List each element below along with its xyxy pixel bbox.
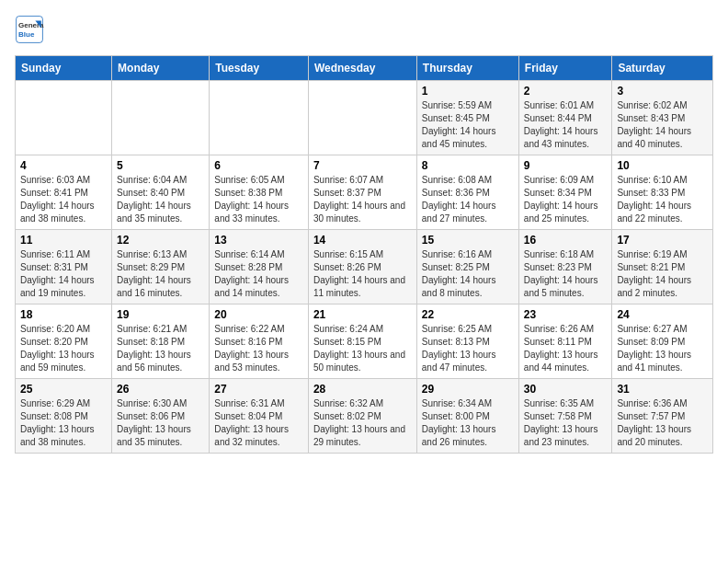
day-info: Sunrise: 6:26 AMSunset: 8:11 PMDaylight:… [524,323,608,374]
day-cell: 13Sunrise: 6:14 AMSunset: 8:28 PMDayligh… [210,230,309,304]
day-number: 21 [313,308,412,321]
day-number: 18 [20,308,107,321]
day-number: 16 [524,234,608,247]
weekday-header-thursday: Thursday [416,56,518,81]
day-number: 28 [313,383,412,396]
day-cell: 3Sunrise: 6:02 AMSunset: 8:43 PMDaylight… [612,81,713,155]
day-number: 25 [20,383,107,396]
day-cell: 17Sunrise: 6:19 AMSunset: 8:21 PMDayligh… [612,230,713,304]
day-info: Sunrise: 5:59 AMSunset: 8:45 PMDaylight:… [422,99,514,151]
day-number: 5 [117,159,204,172]
day-cell: 31Sunrise: 6:36 AMSunset: 7:57 PMDayligh… [612,379,713,454]
day-number: 19 [117,308,204,321]
day-info: Sunrise: 6:29 AMSunset: 8:08 PMDaylight:… [20,397,107,449]
day-info: Sunrise: 6:08 AMSunset: 8:36 PMDaylight:… [422,174,514,225]
day-cell: 4Sunrise: 6:03 AMSunset: 8:41 PMDaylight… [16,155,112,230]
day-cell [16,81,112,155]
day-info: Sunrise: 6:07 AMSunset: 8:37 PMDaylight:… [313,174,412,225]
day-cell: 26Sunrise: 6:30 AMSunset: 8:06 PMDayligh… [112,379,210,454]
day-number: 30 [524,383,608,396]
weekday-header-tuesday: Tuesday [210,56,309,81]
day-info: Sunrise: 6:22 AMSunset: 8:16 PMDaylight:… [214,323,303,374]
day-info: Sunrise: 6:02 AMSunset: 8:43 PMDaylight:… [617,99,708,151]
day-info: Sunrise: 6:30 AMSunset: 8:06 PMDaylight:… [117,397,204,449]
day-number: 8 [422,159,514,172]
day-cell: 12Sunrise: 6:13 AMSunset: 8:29 PMDayligh… [112,230,210,304]
day-cell: 29Sunrise: 6:34 AMSunset: 8:00 PMDayligh… [416,379,518,454]
day-cell: 30Sunrise: 6:35 AMSunset: 7:58 PMDayligh… [518,379,612,454]
day-info: Sunrise: 6:03 AMSunset: 8:41 PMDaylight:… [20,174,107,225]
week-row-2: 11Sunrise: 6:11 AMSunset: 8:31 PMDayligh… [16,230,713,304]
day-number: 31 [617,383,708,396]
day-cell: 23Sunrise: 6:26 AMSunset: 8:11 PMDayligh… [518,304,612,379]
day-number: 4 [20,159,107,172]
day-number: 2 [524,85,608,98]
day-number: 9 [524,159,608,172]
day-info: Sunrise: 6:24 AMSunset: 8:15 PMDaylight:… [313,323,412,374]
day-cell: 19Sunrise: 6:21 AMSunset: 8:18 PMDayligh… [112,304,210,379]
day-info: Sunrise: 6:34 AMSunset: 8:00 PMDaylight:… [422,397,514,449]
day-number: 10 [617,159,708,172]
day-number: 24 [617,308,708,321]
svg-text:Blue: Blue [18,30,35,39]
day-number: 14 [313,234,412,247]
day-info: Sunrise: 6:32 AMSunset: 8:02 PMDaylight:… [313,397,412,449]
day-cell: 22Sunrise: 6:25 AMSunset: 8:13 PMDayligh… [416,304,518,379]
day-info: Sunrise: 6:01 AMSunset: 8:44 PMDaylight:… [524,99,608,151]
week-row-0: 1Sunrise: 5:59 AMSunset: 8:45 PMDaylight… [16,81,713,155]
day-cell: 14Sunrise: 6:15 AMSunset: 8:26 PMDayligh… [308,230,416,304]
day-cell: 6Sunrise: 6:05 AMSunset: 8:38 PMDaylight… [210,155,309,230]
day-info: Sunrise: 6:18 AMSunset: 8:23 PMDaylight:… [524,248,608,300]
day-cell: 7Sunrise: 6:07 AMSunset: 8:37 PMDaylight… [308,155,416,230]
day-cell [210,81,309,155]
day-number: 26 [117,383,204,396]
day-number: 29 [422,383,514,396]
week-row-4: 25Sunrise: 6:29 AMSunset: 8:08 PMDayligh… [16,379,713,454]
day-info: Sunrise: 6:36 AMSunset: 7:57 PMDaylight:… [617,397,708,449]
day-cell [112,81,210,155]
day-cell: 20Sunrise: 6:22 AMSunset: 8:16 PMDayligh… [210,304,309,379]
day-info: Sunrise: 6:11 AMSunset: 8:31 PMDaylight:… [20,248,107,300]
day-number: 23 [524,308,608,321]
day-cell: 18Sunrise: 6:20 AMSunset: 8:20 PMDayligh… [16,304,112,379]
calendar-table: SundayMondayTuesdayWednesdayThursdayFrid… [15,55,713,454]
day-info: Sunrise: 6:09 AMSunset: 8:34 PMDaylight:… [524,174,608,225]
week-row-1: 4Sunrise: 6:03 AMSunset: 8:41 PMDaylight… [16,155,713,230]
day-number: 15 [422,234,514,247]
day-cell: 27Sunrise: 6:31 AMSunset: 8:04 PMDayligh… [210,379,309,454]
day-info: Sunrise: 6:27 AMSunset: 8:09 PMDaylight:… [617,323,708,374]
day-cell: 10Sunrise: 6:10 AMSunset: 8:33 PMDayligh… [612,155,713,230]
weekday-header-saturday: Saturday [612,56,713,81]
day-cell: 21Sunrise: 6:24 AMSunset: 8:15 PMDayligh… [308,304,416,379]
day-number: 6 [214,159,303,172]
weekday-header-wednesday: Wednesday [308,56,416,81]
day-info: Sunrise: 6:14 AMSunset: 8:28 PMDaylight:… [214,248,303,300]
day-number: 20 [214,308,303,321]
day-number: 22 [422,308,514,321]
day-number: 11 [20,234,107,247]
day-number: 7 [313,159,412,172]
day-number: 27 [214,383,303,396]
day-cell: 1Sunrise: 5:59 AMSunset: 8:45 PMDaylight… [416,81,518,155]
weekday-header-sunday: Sunday [16,56,112,81]
day-info: Sunrise: 6:16 AMSunset: 8:25 PMDaylight:… [422,248,514,300]
day-cell [308,81,416,155]
day-info: Sunrise: 6:04 AMSunset: 8:40 PMDaylight:… [117,174,204,225]
day-number: 12 [117,234,204,247]
week-row-3: 18Sunrise: 6:20 AMSunset: 8:20 PMDayligh… [16,304,713,379]
day-cell: 28Sunrise: 6:32 AMSunset: 8:02 PMDayligh… [308,379,416,454]
logo-icon: General Blue [15,15,44,44]
day-info: Sunrise: 6:15 AMSunset: 8:26 PMDaylight:… [313,248,412,300]
day-number: 17 [617,234,708,247]
day-info: Sunrise: 6:21 AMSunset: 8:18 PMDaylight:… [117,323,204,374]
day-number: 1 [422,85,514,98]
weekday-header-friday: Friday [518,56,612,81]
day-cell: 2Sunrise: 6:01 AMSunset: 8:44 PMDaylight… [518,81,612,155]
logo: General Blue [15,15,44,44]
day-info: Sunrise: 6:20 AMSunset: 8:20 PMDaylight:… [20,323,107,374]
day-cell: 8Sunrise: 6:08 AMSunset: 8:36 PMDaylight… [416,155,518,230]
day-cell: 24Sunrise: 6:27 AMSunset: 8:09 PMDayligh… [612,304,713,379]
day-info: Sunrise: 6:10 AMSunset: 8:33 PMDaylight:… [617,174,708,225]
page-header: General Blue [15,15,713,44]
day-cell: 11Sunrise: 6:11 AMSunset: 8:31 PMDayligh… [16,230,112,304]
